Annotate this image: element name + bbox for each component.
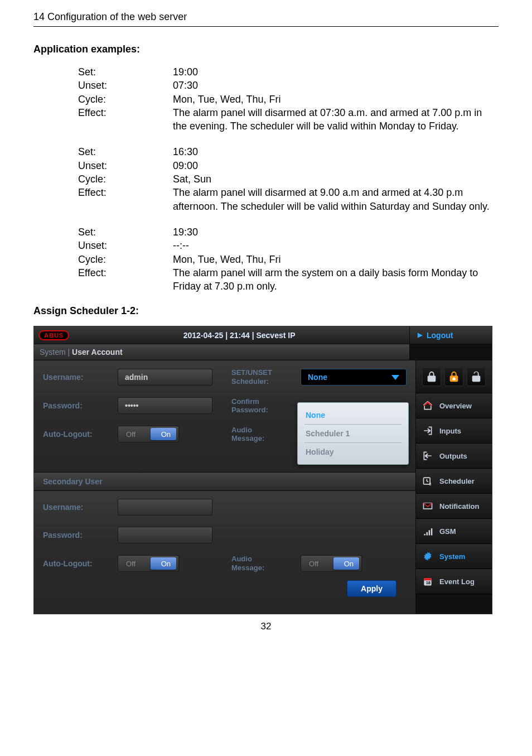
sidebar-item-label: Overview bbox=[439, 402, 472, 410]
example-value: 19:30 bbox=[173, 225, 499, 239]
example-value: The alarm panel will arm the system on a… bbox=[173, 266, 499, 293]
arrow-right-icon: ▶ bbox=[418, 331, 422, 339]
house-icon bbox=[422, 400, 434, 411]
gear-icon bbox=[422, 551, 434, 562]
apply-button[interactable]: Apply bbox=[347, 580, 396, 597]
example-label: Set: bbox=[78, 145, 173, 158]
dropdown-option-none[interactable]: None bbox=[304, 407, 402, 423]
lock-open-icon[interactable] bbox=[467, 367, 486, 386]
example-value: 07:30 bbox=[173, 79, 499, 92]
sidebar-item-outputs[interactable]: Outputs bbox=[416, 444, 492, 469]
example-value: --:-- bbox=[173, 239, 499, 252]
example-label: Set: bbox=[78, 65, 173, 79]
example-label: Unset: bbox=[78, 159, 173, 172]
auto-logout-label: Auto-Logout: bbox=[43, 430, 110, 439]
input-arrow-icon bbox=[422, 425, 434, 436]
sidebar-item-label: GSM bbox=[439, 527, 456, 536]
secondary-password-input[interactable] bbox=[118, 527, 212, 543]
secondary-username-label: Username: bbox=[43, 503, 110, 512]
example-label: Effect: bbox=[78, 266, 173, 293]
sidebar-item-inputs[interactable]: Inputs bbox=[416, 418, 492, 444]
audio-message-toggle[interactable]: Off On bbox=[301, 555, 362, 572]
sidebar-item-notification[interactable]: Notification bbox=[416, 494, 492, 519]
toggle-off-label: Off bbox=[126, 560, 136, 568]
example-value: 16:30 bbox=[173, 145, 499, 158]
sidebar-item-scheduler[interactable]: 8 Scheduler bbox=[416, 469, 492, 494]
sidebar-item-label: Inputs bbox=[439, 427, 461, 435]
sidebar-item-event-log[interactable]: 18 Event Log bbox=[416, 569, 492, 594]
scheduler-dropdown[interactable]: None bbox=[301, 369, 407, 386]
example-value: Mon, Tue, Wed, Thu, Fri bbox=[173, 253, 499, 266]
sidebar-item-overview[interactable]: Overview bbox=[416, 393, 492, 418]
example-group-3: Set:19:30 Unset:--:-- Cycle:Mon, Tue, We… bbox=[78, 225, 499, 293]
confirm-password-label: ConfirmPassword: bbox=[231, 397, 293, 415]
sidebar-item-label: Notification bbox=[439, 502, 480, 511]
secondary-password-label: Password: bbox=[43, 531, 110, 540]
calendar-icon: 18 bbox=[422, 576, 434, 587]
example-label: Unset: bbox=[78, 239, 173, 252]
example-group-1: Set:19:00 Unset:07:30 Cycle:Mon, Tue, We… bbox=[78, 65, 499, 133]
breadcrumb-current: User Account bbox=[72, 348, 123, 357]
example-value: 19:00 bbox=[173, 65, 499, 79]
sidebar-item-label: System bbox=[439, 552, 465, 561]
scheduler-selected: None bbox=[308, 373, 327, 382]
example-label: Effect: bbox=[78, 186, 173, 213]
dropdown-option-holiday[interactable]: Holiday bbox=[304, 444, 402, 460]
output-arrow-icon bbox=[422, 450, 434, 461]
signal-icon bbox=[422, 526, 434, 537]
top-bar: ABUS 2012-04-25 | 21:44 | Secvest IP ▶ L… bbox=[34, 326, 492, 344]
example-label: Unset: bbox=[78, 79, 173, 92]
svg-text:8: 8 bbox=[429, 483, 432, 487]
clock-icon: 8 bbox=[422, 475, 434, 487]
toggle-off-label: Off bbox=[309, 560, 318, 568]
page-number: 32 bbox=[33, 621, 499, 632]
ui-panel: ABUS 2012-04-25 | 21:44 | Secvest IP ▶ L… bbox=[33, 326, 492, 614]
secondary-audio-message-label: AudioMessage: bbox=[231, 555, 293, 572]
logout-label: Logout bbox=[427, 331, 453, 340]
example-value: The alarm panel will disarmed at 9.00 a.… bbox=[173, 186, 499, 213]
sidebar-item-label: Scheduler bbox=[439, 477, 475, 485]
application-examples-block: Set:19:00 Unset:07:30 Cycle:Mon, Tue, We… bbox=[78, 65, 499, 293]
assign-scheduler-title: Assign Scheduler 1-2: bbox=[33, 305, 499, 317]
example-label: Effect: bbox=[78, 106, 173, 133]
audio-message-label: AudioMessage: bbox=[231, 426, 293, 443]
page-header: 14 Configuration of the web server bbox=[33, 11, 499, 27]
auto-logout-toggle[interactable]: Off On bbox=[118, 426, 179, 442]
example-value: 09:00 bbox=[173, 159, 499, 172]
sidebar-item-gsm[interactable]: GSM bbox=[416, 519, 492, 544]
topbar-datetime: 2012-04-25 | 21:44 | Secvest IP bbox=[69, 331, 409, 340]
application-examples-title: Application examples: bbox=[33, 44, 499, 55]
logout-button[interactable]: ▶ Logout bbox=[409, 326, 492, 344]
sidebar-item-system[interactable]: System bbox=[416, 544, 492, 569]
toggle-on-label: On bbox=[161, 560, 171, 568]
breadcrumb-prefix: System | bbox=[40, 348, 72, 357]
example-label: Cycle: bbox=[78, 253, 173, 266]
sidebar-item-label: Outputs bbox=[439, 452, 467, 460]
primary-user-form: Username: admin SET/UNSETScheduler: None… bbox=[34, 360, 415, 472]
example-group-2: Set:16:30 Unset:09:00 Cycle:Sat, Sun Eff… bbox=[78, 145, 499, 213]
toggle-off-label: Off bbox=[126, 430, 136, 439]
dropdown-option-scheduler1[interactable]: Scheduler 1 bbox=[304, 426, 402, 441]
username-input[interactable]: admin bbox=[118, 369, 212, 386]
scheduler-dropdown-open[interactable]: None Scheduler 1 Holiday bbox=[297, 402, 409, 465]
secondary-username-input[interactable] bbox=[118, 499, 212, 516]
example-label: Cycle: bbox=[78, 93, 173, 106]
password-label: Password: bbox=[43, 401, 110, 410]
lock-status-row bbox=[416, 360, 492, 393]
abus-logo: ABUS bbox=[38, 330, 69, 340]
secondary-user-form: Username: Password: Auto-Logout: Off On … bbox=[34, 491, 415, 613]
example-value: The alarm panel will disarmed at 07:30 a… bbox=[173, 106, 499, 133]
chevron-down-icon bbox=[391, 375, 399, 380]
sidebar-nav: Overview Inputs Outputs 8 Scheduler Noti… bbox=[415, 360, 492, 613]
secondary-auto-logout-toggle[interactable]: Off On bbox=[118, 555, 179, 572]
username-label: Username: bbox=[43, 373, 110, 382]
lock-closed-icon[interactable] bbox=[422, 367, 441, 386]
toggle-on-label: On bbox=[161, 430, 171, 439]
envelope-icon bbox=[422, 500, 434, 512]
sidebar-item-label: Event Log bbox=[439, 577, 475, 586]
example-value: Mon, Tue, Wed, Thu, Fri bbox=[173, 93, 499, 106]
lock-home-icon[interactable] bbox=[444, 367, 463, 386]
password-input[interactable]: ••••• bbox=[118, 397, 212, 414]
example-label: Cycle: bbox=[78, 172, 173, 186]
secondary-user-header: Secondary User bbox=[34, 472, 415, 491]
